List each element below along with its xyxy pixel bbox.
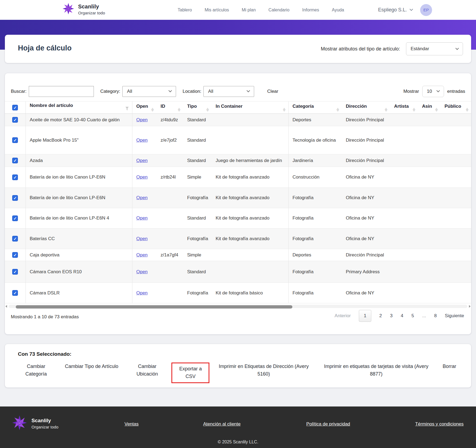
- cell-direccion: Dirección Principal: [342, 154, 390, 167]
- cell-publico: [440, 283, 471, 303]
- horizontal-scrollbar-thumb[interactable]: [16, 305, 292, 309]
- pagination-prev[interactable]: Anterior: [335, 313, 351, 319]
- cell-direccion: Oficina de NY: [342, 208, 390, 228]
- avatar[interactable]: EP: [420, 4, 432, 16]
- cell-asin: [418, 261, 440, 283]
- select-all-checkbox[interactable]: [12, 105, 18, 110]
- pagination-page-8[interactable]: 8: [434, 313, 437, 319]
- open-link[interactable]: Open: [136, 252, 148, 258]
- pagination-page-4[interactable]: 4: [401, 313, 403, 319]
- table-row: Batería de ion de litio Canon LP-E6N 4Op…: [5, 208, 471, 228]
- cell-id: [156, 283, 183, 303]
- nav-item-calendario[interactable]: Calendario: [269, 8, 289, 12]
- cell-direccion: Oficina de NY: [342, 228, 390, 249]
- bulk-action-exportar-a-csv[interactable]: Exportar a CSV: [171, 363, 209, 383]
- row-checkbox[interactable]: [12, 174, 18, 180]
- cell-categoria: Tecnología de oficina: [288, 126, 342, 154]
- col-header-direcci-n[interactable]: ◆Dirección: [342, 101, 390, 114]
- company-menu[interactable]: Espliego S.L.: [378, 7, 413, 13]
- scroll-left-icon[interactable]: [5, 305, 7, 308]
- open-link[interactable]: Open: [136, 269, 148, 274]
- footer-link-ventas[interactable]: Ventas: [124, 421, 139, 427]
- cell-container: Kit de fotografía avanzado: [212, 167, 288, 188]
- bulk-action-cambiar-tipo-de-articulo[interactable]: Cambiar Tipo de Artículo: [60, 363, 123, 370]
- location-select[interactable]: All: [203, 86, 254, 97]
- open-link[interactable]: Open: [136, 215, 148, 221]
- table-row: Cámara DSLROpenFotografíaKit de fotograf…: [5, 283, 471, 303]
- footer-brand: Scanlily Organizar todo: [12, 415, 58, 431]
- open-link[interactable]: Open: [136, 158, 148, 163]
- row-checkbox[interactable]: [12, 117, 18, 123]
- footer-link-atencion-al-cliente[interactable]: Atención al cliente: [203, 421, 241, 427]
- scroll-right-icon[interactable]: [469, 305, 471, 308]
- col-header-asin[interactable]: ◆Asin: [418, 101, 440, 114]
- footer-link-terminos-y-condiciones[interactable]: Términos y condiciones: [415, 421, 464, 427]
- entries-label: entradas: [447, 89, 465, 94]
- col-header-in-container[interactable]: ◆In Container: [212, 101, 288, 114]
- cell-categoria: Fotografía: [288, 188, 342, 208]
- bulk-action-cambiar-categoria[interactable]: Cambiar Categoría: [16, 363, 56, 378]
- search-input[interactable]: [29, 86, 94, 97]
- attributes-select[interactable]: Estándar: [406, 42, 463, 55]
- cell-artista: [390, 154, 418, 167]
- bulk-action-cambiar-ubicacion[interactable]: Cambiar Ubicación: [127, 363, 168, 378]
- sort-icon: ◆: [283, 107, 285, 112]
- horizontal-scrollbar-track[interactable]: [9, 305, 467, 308]
- nav-item-mi-plan[interactable]: Mi plan: [242, 8, 256, 12]
- sort-icon: ◆: [206, 107, 209, 112]
- open-link[interactable]: Open: [136, 236, 148, 241]
- bulk-action-imprimir-etiquetas-direccion[interactable]: Imprimir en Etiquetas de Dirección (Aver…: [213, 363, 314, 378]
- col-header-id[interactable]: ◆ID: [156, 101, 183, 114]
- category-select[interactable]: All: [122, 86, 176, 97]
- pagination-page-5[interactable]: 5: [411, 313, 414, 319]
- row-checkbox[interactable]: [12, 236, 18, 242]
- nav-item-informes[interactable]: Informes: [302, 8, 319, 12]
- cell-name: Aceite de motor SAE 10-40 Cuarto de galó…: [25, 114, 132, 126]
- row-checkbox[interactable]: [12, 252, 18, 258]
- open-link[interactable]: Open: [136, 117, 148, 122]
- row-checkbox[interactable]: [12, 195, 18, 201]
- row-select-cell: [5, 126, 25, 154]
- nav-item-mis-articulos[interactable]: Mis artículos: [205, 8, 229, 12]
- open-link[interactable]: Open: [136, 174, 148, 180]
- row-checkbox[interactable]: [12, 158, 18, 163]
- row-checkbox[interactable]: [12, 269, 18, 275]
- col-header-categor-a[interactable]: ◆Categoría: [288, 101, 342, 114]
- table-row: Aceite de motor SAE 10-40 Cuarto de galó…: [5, 114, 471, 126]
- col-header-p-blico[interactable]: ◆Público: [440, 101, 471, 114]
- bulk-action-imprimir-tarjetas-visita[interactable]: Imprimir en etiquetas de tarjetas de vis…: [318, 363, 435, 378]
- pagination-page-1[interactable]: 1: [359, 310, 371, 322]
- page-size-select[interactable]: 10: [422, 86, 444, 97]
- brand-name: Scanlily: [78, 4, 105, 10]
- row-checkbox[interactable]: [12, 215, 18, 221]
- col-header-open[interactable]: ◆Open: [132, 101, 156, 114]
- chevron-down-icon: [436, 89, 440, 92]
- cell-direccion: Dirección Principal: [342, 114, 390, 126]
- clear-filters-button[interactable]: Clear: [267, 89, 278, 94]
- bulk-action-borrar[interactable]: Borrar: [439, 363, 460, 370]
- filter-icon[interactable]: [125, 107, 129, 112]
- cell-id: z/rtb24l: [156, 167, 183, 188]
- col-header-artista[interactable]: ◆Artista: [390, 101, 418, 114]
- open-link[interactable]: Open: [136, 138, 148, 143]
- cell-publico: [440, 208, 471, 228]
- row-checkbox[interactable]: [12, 290, 18, 296]
- attributes-label: Mostrar atributos del tipo de artículo:: [321, 46, 400, 52]
- open-link[interactable]: Open: [136, 195, 148, 200]
- footer-link-politica-de-privacidad[interactable]: Política de privacidad: [306, 421, 350, 427]
- col-header-tipo[interactable]: ◆Tipo: [183, 101, 212, 114]
- pagination-page-3[interactable]: 3: [390, 313, 392, 319]
- sort-icon: ◆: [385, 107, 387, 112]
- pagination-page-2[interactable]: 2: [379, 313, 382, 319]
- cell-name: Baterías CC: [25, 228, 132, 249]
- nav-item-ayuda[interactable]: Ayuda: [332, 8, 344, 12]
- pagination-next[interactable]: Siguiente: [445, 313, 464, 319]
- cell-container: Kit de fotografía avanzado: [212, 228, 288, 249]
- open-link[interactable]: Open: [136, 290, 148, 296]
- col-header-nombre-del-art-culo[interactable]: Nombre del artículo: [25, 101, 132, 114]
- brand: Scanlily Organizar todo: [62, 3, 105, 16]
- cell-asin: [418, 167, 440, 188]
- nav-item-tablero[interactable]: Tablero: [178, 8, 192, 12]
- row-checkbox[interactable]: [12, 137, 18, 143]
- cell-tipo: Standard: [183, 261, 212, 283]
